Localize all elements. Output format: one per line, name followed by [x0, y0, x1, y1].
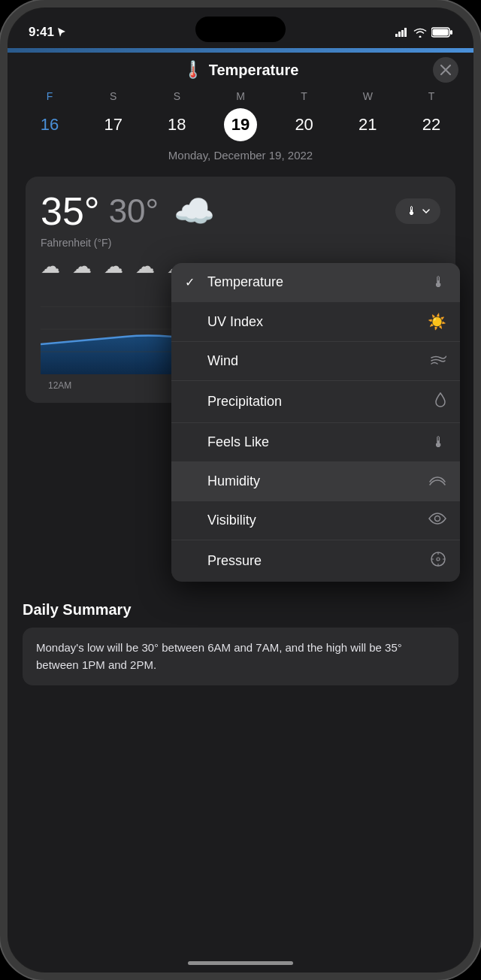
summary-card: Monday's low will be 30° between 6AM and… [23, 628, 458, 685]
calendar-days-header: F S S M T W T [23, 90, 458, 102]
phone-frame: 9:41 [0, 0, 481, 980]
calendar-title: 🌡️ Temperature [183, 60, 299, 80]
thermometer-icon: 🌡️ [183, 60, 203, 80]
svg-rect-3 [404, 28, 407, 37]
visibility-icon [428, 512, 446, 529]
day-header-tue: T [277, 90, 331, 102]
day-header-sun: S [150, 90, 204, 102]
checkmark-icon: ✓ [185, 275, 200, 289]
cloud-icon: ☁️ [174, 192, 215, 231]
svg-rect-0 [395, 34, 398, 37]
hourly-cloud-3: ☁ [104, 255, 123, 278]
date-21[interactable]: 21 [340, 115, 395, 135]
date-20[interactable]: 20 [277, 115, 331, 135]
time-12am: 12AM [48, 380, 71, 391]
status-icons [395, 27, 452, 38]
close-button[interactable] [433, 57, 458, 83]
location-arrow-icon [57, 27, 66, 38]
calendar-header: 🌡️ Temperature [23, 60, 458, 80]
dropdown-item-humidity-left: ✓ Humidity [185, 473, 260, 489]
day-header-mon: M [213, 90, 268, 102]
dropdown-item-visibility-left: ✓ Visibility [185, 513, 256, 528]
temperature-icon: 🌡 [431, 274, 446, 291]
dropdown-label-humidity: Humidity [207, 473, 260, 489]
date-16[interactable]: 16 [23, 115, 77, 135]
dropdown-label-visibility: Visibility [207, 513, 256, 528]
dropdown-label-pressure: Pressure [207, 553, 262, 569]
precipitation-icon [434, 392, 446, 412]
pressure-icon [430, 551, 446, 571]
wind-icon [430, 352, 446, 370]
summary-text: Monday's low will be 30° between 6AM and… [36, 640, 445, 673]
chevron-down-icon [422, 209, 430, 213]
dropdown-item-pressure[interactable]: ✓ Pressure [171, 540, 460, 582]
unit-selector[interactable]: 🌡 [395, 198, 440, 224]
signal-icon [395, 28, 409, 37]
dropdown-item-precipitation[interactable]: ✓ Precipitation [171, 381, 460, 423]
thermometer-small-icon: 🌡 [406, 204, 418, 218]
date-18[interactable]: 18 [150, 115, 204, 135]
time-label: 9:41 [29, 25, 54, 40]
dropdown-item-temperature[interactable]: ✓ Temperature 🌡 [171, 263, 460, 302]
day-header-fri: F [23, 90, 77, 102]
feels-like-icon: 🌡 [431, 434, 446, 451]
metric-dropdown: ✓ Temperature 🌡 ✓ UV Index ☀️ ✓ Wind [171, 263, 460, 582]
calendar-section: 🌡️ Temperature F S S M T W T 16 [8, 53, 473, 171]
dropdown-item-humidity[interactable]: ✓ Humidity [171, 462, 460, 501]
daily-summary-section: Daily Summary Monday's low will be 30° b… [8, 589, 473, 697]
hourly-cloud-1: ☁ [41, 255, 60, 278]
dropdown-item-pressure-left: ✓ Pressure [185, 553, 262, 569]
daily-summary-title: Daily Summary [23, 601, 458, 619]
dropdown-item-uv-left: ✓ UV Index [185, 314, 263, 330]
home-indicator[interactable] [188, 961, 293, 965]
svg-rect-6 [433, 29, 449, 36]
selected-date-label: Monday, December 19, 2022 [23, 149, 458, 162]
dropdown-item-visibility[interactable]: ✓ Visibility [171, 501, 460, 540]
dropdown-item-feels-like[interactable]: ✓ Feels Like 🌡 [171, 423, 460, 462]
dropdown-label-temperature: Temperature [207, 274, 283, 290]
dropdown-item-feels-left: ✓ Feels Like [185, 434, 269, 450]
status-time: 9:41 [29, 25, 66, 40]
dropdown-item-temperature-left: ✓ Temperature [185, 274, 283, 290]
hourly-cloud-2: ☁ [72, 255, 92, 278]
dropdown-item-precip-left: ✓ Precipitation [185, 394, 282, 410]
day-header-thu: T [404, 90, 458, 102]
dropdown-label-uv: UV Index [207, 314, 263, 330]
svg-rect-5 [450, 30, 452, 35]
dropdown-item-wind-left: ✓ Wind [185, 353, 238, 369]
svg-point-14 [437, 558, 440, 561]
date-19-selected[interactable]: 19 [224, 108, 257, 141]
svg-rect-2 [401, 30, 404, 37]
temp-row: 35° 30° ☁️ 🌡 [41, 189, 440, 234]
day-header-wed: W [340, 90, 395, 102]
dropdown-label-feels-like: Feels Like [207, 434, 269, 450]
dropdown-label-wind: Wind [207, 353, 238, 369]
dropdown-label-precipitation: Precipitation [207, 394, 282, 410]
dropdown-item-uv-index[interactable]: ✓ UV Index ☀️ [171, 302, 460, 342]
date-22[interactable]: 22 [404, 115, 458, 135]
status-bar: 9:41 [8, 8, 473, 48]
day-header-sat: S [86, 90, 141, 102]
uv-icon: ☀️ [428, 313, 446, 331]
battery-icon [431, 27, 452, 38]
date-17[interactable]: 17 [86, 115, 141, 135]
calendar-title-text: Temperature [209, 62, 299, 79]
temp-high: 35° [41, 189, 100, 234]
hourly-cloud-4: ☁ [135, 255, 155, 278]
dynamic-island [195, 17, 286, 42]
svg-point-12 [435, 516, 440, 522]
dropdown-item-wind[interactable]: ✓ Wind [171, 342, 460, 381]
date-19-container[interactable]: 19 [213, 108, 268, 141]
calendar-dates: 16 17 18 19 20 21 22 [23, 108, 458, 141]
fahrenheit-label: Fahrenheit (°F) [41, 237, 440, 249]
svg-rect-1 [398, 32, 401, 37]
wifi-icon [413, 28, 427, 38]
humidity-icon [428, 473, 446, 490]
temp-low: 30° [109, 192, 159, 230]
phone-screen: 9:41 [8, 8, 473, 972]
